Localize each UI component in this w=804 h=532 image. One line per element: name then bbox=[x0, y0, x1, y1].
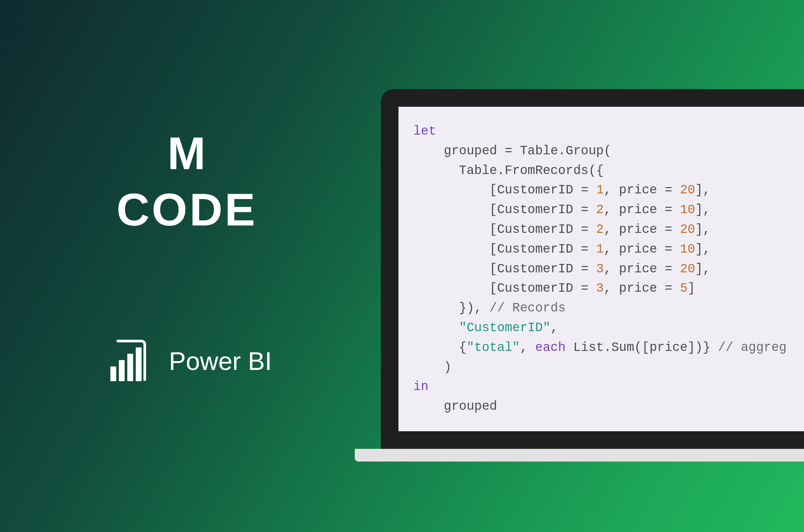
code-line: Table.FromRecords({ bbox=[413, 161, 804, 181]
code-line: grouped = Table.Group( bbox=[413, 141, 804, 161]
svg-rect-1 bbox=[119, 360, 125, 381]
code-token-id: , price bbox=[604, 262, 665, 276]
code-token-str: "total" bbox=[467, 340, 520, 355]
code-token-kw: each bbox=[535, 340, 566, 355]
code-token-op: = bbox=[581, 203, 596, 217]
code-editor: let grouped = Table.Group( Table.FromRec… bbox=[398, 107, 804, 431]
code-token-id: , price bbox=[604, 183, 665, 197]
code-token-op: = bbox=[581, 183, 596, 197]
code-token-com: // aggreg bbox=[718, 340, 786, 355]
code-token-id: ], bbox=[695, 222, 710, 237]
laptop-bezel: let grouped = Table.Group( Table.FromRec… bbox=[381, 89, 804, 449]
code-token-op: = bbox=[665, 183, 680, 197]
code-line: [CustomerID = 1, price = 10], bbox=[413, 240, 804, 259]
code-token-num: 1 bbox=[596, 242, 604, 256]
code-token-com: // Records bbox=[489, 301, 566, 315]
code-line: }), // Records bbox=[413, 298, 804, 318]
code-token-kw: in bbox=[413, 379, 428, 394]
brand-row: Power BI bbox=[67, 335, 307, 388]
laptop: let grouped = Table.Group( Table.FromRec… bbox=[381, 89, 804, 462]
code-token-id: , bbox=[520, 340, 535, 355]
code-line: [CustomerID = 2, price = 20], bbox=[413, 220, 804, 240]
code-token-id: ] bbox=[688, 281, 695, 296]
code-token-num: 1 bbox=[596, 183, 604, 197]
code-token-id: , price bbox=[604, 203, 665, 217]
code-token-str: "CustomerID" bbox=[459, 321, 550, 335]
code-token-id bbox=[413, 321, 459, 335]
code-token-id: ], bbox=[695, 262, 710, 276]
code-token-op: = bbox=[581, 281, 596, 296]
code-token-id: , price bbox=[604, 222, 665, 237]
code-token-num: 20 bbox=[680, 262, 695, 276]
code-token-op: = bbox=[665, 281, 680, 296]
code-token-id: [CustomerID bbox=[413, 281, 581, 296]
code-token-id: ) bbox=[413, 360, 451, 375]
code-token-id: [CustomerID bbox=[413, 262, 581, 276]
svg-rect-3 bbox=[136, 347, 142, 381]
code-token-num: 20 bbox=[680, 183, 695, 197]
code-token-id: grouped bbox=[413, 399, 497, 414]
code-token-num: 5 bbox=[680, 281, 688, 296]
code-token-num: 3 bbox=[596, 281, 604, 296]
code-token-op: = bbox=[505, 144, 520, 158]
code-token-op: = bbox=[665, 262, 680, 276]
code-token-num: 10 bbox=[680, 203, 695, 217]
code-line: [CustomerID = 2, price = 10], bbox=[413, 200, 804, 220]
code-line: in bbox=[413, 377, 804, 397]
laptop-base bbox=[355, 449, 804, 462]
svg-rect-2 bbox=[127, 354, 133, 381]
code-token-id: , bbox=[550, 321, 558, 335]
code-token-op: = bbox=[665, 242, 680, 256]
code-token-id: }), bbox=[413, 301, 489, 315]
code-line: [CustomerID = 3, price = 20], bbox=[413, 259, 804, 279]
code-token-id: [CustomerID bbox=[413, 203, 581, 217]
code-line: [CustomerID = 1, price = 20], bbox=[413, 180, 804, 200]
code-token-id: { bbox=[413, 340, 467, 355]
code-token-id: [CustomerID bbox=[413, 222, 581, 237]
code-line: grouped bbox=[413, 397, 804, 416]
code-line: let bbox=[413, 122, 804, 141]
code-token-num: 10 bbox=[680, 242, 695, 256]
code-token-id: , price bbox=[604, 242, 665, 256]
code-token-num: 2 bbox=[596, 222, 604, 237]
code-token-op: = bbox=[665, 222, 680, 237]
code-token-id: [CustomerID bbox=[413, 242, 581, 256]
code-line: "CustomerID", bbox=[413, 318, 804, 338]
code-token-id: Table.FromRecords({ bbox=[413, 163, 604, 178]
code-token-op: = bbox=[581, 222, 596, 237]
code-line: ) bbox=[413, 358, 804, 377]
code-token-id: [CustomerID bbox=[413, 183, 581, 197]
code-token-id: Table.Group( bbox=[520, 144, 611, 158]
brand-text: Power BI bbox=[169, 347, 272, 376]
code-token-num: 3 bbox=[596, 262, 604, 276]
code-token-kw: let bbox=[413, 124, 436, 138]
code-token-num: 2 bbox=[596, 203, 604, 217]
code-token-op: = bbox=[665, 203, 680, 217]
code-token-id: ], bbox=[695, 242, 710, 256]
title-line2: CODE bbox=[67, 183, 307, 236]
svg-rect-0 bbox=[110, 366, 116, 381]
code-line: [CustomerID = 3, price = 5] bbox=[413, 279, 804, 298]
code-token-op: = bbox=[581, 262, 596, 276]
code-token-id: ], bbox=[695, 183, 710, 197]
code-token-id: , price bbox=[604, 281, 665, 296]
code-line: {"total", each List.Sum([price])} // agg… bbox=[413, 338, 804, 358]
power-bi-icon bbox=[102, 335, 155, 388]
code-token-op: = bbox=[581, 242, 596, 256]
code-token-id: List.Sum([price])} bbox=[566, 340, 718, 355]
title-line1: M bbox=[67, 127, 307, 180]
code-token-id: ], bbox=[695, 203, 710, 217]
code-token-id: grouped bbox=[413, 144, 505, 158]
left-panel: M CODE Power BI bbox=[67, 127, 307, 388]
code-token-num: 20 bbox=[680, 222, 695, 237]
